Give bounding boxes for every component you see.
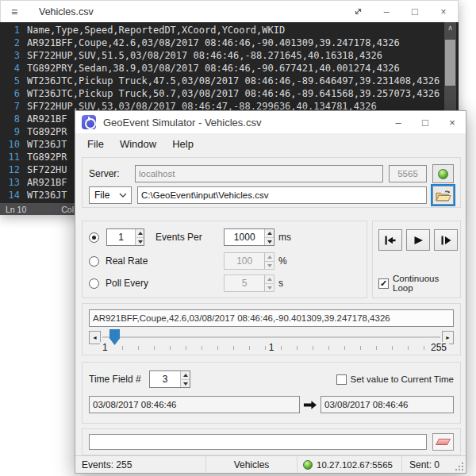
current-event-field[interactable] [89, 309, 454, 327]
set-current-time-label: Set value to Current Time [351, 374, 454, 384]
continuous-loop-checkbox[interactable]: ✓ [378, 278, 389, 289]
line-number: 7 [0, 100, 27, 113]
time-field-input[interactable] [150, 371, 181, 387]
play-icon [412, 235, 424, 246]
editor-line: 2AR921BFF,Coupe,42.6,03/08/2017 08:46:46… [0, 36, 459, 49]
editor-line: 1Name,Type,Speed,ReportedDT,XCoord,YCoor… [0, 24, 459, 36]
line-number: 5 [0, 75, 27, 87]
line-text: WT236JT [27, 189, 67, 202]
clear-button[interactable] [432, 433, 454, 451]
line-text: SF722HUP,SUV,51.5,03/08/2017 08:46:46,-8… [27, 49, 382, 62]
expand-icon[interactable] [344, 1, 372, 22]
server-host-input[interactable] [135, 165, 383, 182]
time-field-spinner[interactable] [149, 370, 190, 388]
file-path-input[interactable] [137, 186, 427, 204]
line-text: TG892PR [27, 151, 67, 163]
poll-every-label: Poll Every [106, 278, 148, 289]
slider-track[interactable] [102, 336, 440, 338]
line-number: 13 [0, 176, 27, 189]
line-number: 3 [0, 49, 27, 62]
menu-file[interactable]: File [79, 136, 112, 152]
events-count-spinner[interactable] [106, 228, 144, 246]
screen: ≡ Vehicles.csv – □ × 1Name,Type,Speed,Re… [0, 0, 476, 476]
spinner-down-icon[interactable] [181, 380, 189, 388]
play-button[interactable] [406, 229, 430, 251]
line-text: AR921BF [27, 113, 67, 125]
slider-current-label: 1 [267, 342, 277, 353]
line-text: WT236JT [27, 138, 67, 151]
interval-spinner[interactable] [224, 228, 274, 246]
step-forward-button[interactable] [434, 229, 458, 251]
line-text: WT236JTC,Pickup Truck,50.7,03/08/2017 08… [27, 87, 440, 100]
eraser-icon [436, 439, 451, 445]
endpoint-address: 10.27.102.67:5565 [317, 460, 393, 470]
close-icon[interactable]: × [429, 1, 458, 22]
spinner-up-icon[interactable] [181, 371, 189, 380]
source-type-value: File [94, 190, 109, 201]
menu-window[interactable]: Window [112, 136, 164, 152]
scroll-up-icon[interactable]: ∧ [444, 22, 456, 34]
interval-unit-label: ms [278, 232, 291, 243]
maximize-icon[interactable]: □ [401, 1, 429, 22]
server-port-input[interactable] [389, 165, 427, 182]
close-icon[interactable]: × [439, 111, 466, 133]
simulator-titlebar[interactable]: GeoEvent Simulator - Vehicles.csv – □ × [75, 111, 466, 133]
editor-line: 3SF722HUP,SUV,51.5,03/08/2017 08:46:46,-… [0, 49, 459, 62]
browse-file-button[interactable] [432, 186, 454, 205]
time-from-field[interactable] [89, 396, 300, 413]
server-group: Server: File [82, 157, 461, 208]
line-text: TG892PRY,Sedan,38.9,03/08/2017 08:46:46,… [27, 62, 400, 75]
line-text: Name,Type,Speed,ReportedDT,XCoord,YCoord… [27, 24, 285, 36]
real-rate-spinner [224, 252, 274, 270]
progress-group [82, 428, 461, 455]
line-text: TG892PR [27, 125, 67, 138]
line-number: 9 [0, 125, 27, 138]
line-number: 12 [0, 163, 27, 176]
rate-group: Events Per ms Real Rate % [82, 221, 367, 298]
spinner-down-icon[interactable] [265, 238, 274, 246]
spinner-down-icon [265, 284, 274, 292]
line-number: 8 [0, 113, 27, 125]
slider-labels: 1 1 255 [89, 342, 454, 354]
line-text: SF722HU [27, 163, 67, 176]
interval-input[interactable] [225, 229, 264, 245]
scrollbar-thumb[interactable] [445, 40, 455, 86]
editor-line: 5WT236JTC,Pickup Truck,47.5,03/08/2017 0… [0, 75, 459, 87]
simulator-window: GeoEvent Simulator - Vehicles.csv – □ × … [75, 110, 466, 474]
line-number: 4 [0, 62, 27, 75]
poll-unit-label: s [278, 278, 283, 289]
simulator-title: GeoEvent Simulator - Vehicles.csv [103, 117, 261, 129]
server-label: Server: [89, 168, 135, 179]
step-back-button[interactable] [378, 229, 402, 251]
radio-events-per[interactable] [89, 232, 99, 243]
radio-poll-every[interactable] [89, 278, 99, 289]
maximize-icon[interactable]: □ [412, 111, 439, 133]
hamburger-menu-icon[interactable]: ≡ [1, 6, 28, 18]
resize-grip[interactable] [455, 463, 463, 470]
editor-titlebar[interactable]: ≡ Vehicles.csv – □ × [0, 0, 459, 22]
line-number: 10 [0, 138, 27, 151]
minimize-icon[interactable]: – [372, 1, 401, 22]
open-folder-icon [436, 190, 451, 202]
spinner-down-icon[interactable] [136, 238, 144, 246]
minimize-icon[interactable]: – [385, 111, 412, 133]
spinner-up-icon[interactable] [265, 229, 274, 238]
events-count-input[interactable] [107, 229, 135, 245]
line-text: WT236JTC,Pickup Truck,47.5,03/08/2017 08… [27, 75, 440, 87]
connection-status-icon [438, 169, 448, 179]
cursor-col-indicator: Col [61, 205, 74, 214]
current-event-group: ◄ ► 1 1 255 [82, 303, 461, 355]
editor-line: 4TG892PRY,Sedan,38.9,03/08/2017 08:46:46… [0, 62, 459, 75]
set-current-time-checkbox[interactable] [336, 374, 347, 385]
connect-button[interactable] [432, 164, 454, 183]
chevron-down-icon [119, 193, 127, 198]
events-per-label: Events Per [155, 232, 202, 243]
radio-real-rate[interactable] [89, 256, 99, 267]
simulator-window-controls: – □ × [385, 111, 466, 133]
line-text: AR921BF [27, 176, 67, 189]
menu-help[interactable]: Help [164, 136, 202, 152]
time-to-field[interactable] [321, 396, 454, 413]
source-type-select[interactable]: File [89, 186, 132, 204]
spinner-up-icon[interactable] [136, 229, 144, 238]
endpoint-status: 10.27.102.67:5565 [298, 456, 402, 473]
